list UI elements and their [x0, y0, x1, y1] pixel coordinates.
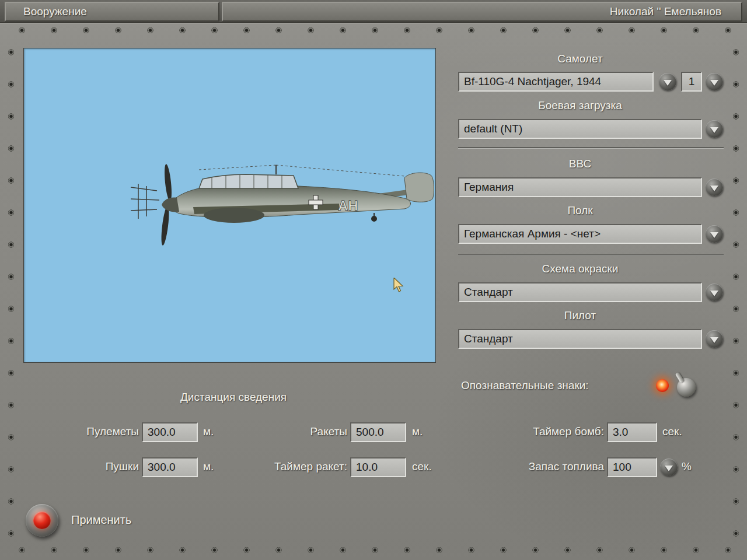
- canopy: [199, 174, 298, 188]
- cannons-label: Пушки: [34, 459, 139, 474]
- cannons-input[interactable]: [142, 457, 198, 477]
- section-divider: [458, 254, 724, 256]
- pilot-label: Пилот: [458, 308, 702, 323]
- fuel-label: Запас топлива: [493, 459, 604, 474]
- bomb-timer-unit: сек.: [662, 424, 682, 439]
- arrow-down-icon: [710, 80, 718, 86]
- bomb-timer-input[interactable]: [607, 422, 657, 442]
- paint-scheme-value: Стандарт: [464, 284, 696, 301]
- aircraft-side-view: AH: [24, 48, 435, 362]
- airforce-dropdown-button[interactable]: [706, 178, 723, 196]
- machine-guns-unit: м.: [203, 424, 214, 439]
- markings-indicator-lamp-icon: [656, 379, 669, 392]
- tail-fin: [404, 173, 434, 202]
- rocket-timer-input[interactable]: [350, 457, 406, 477]
- regiment-dropdown-button[interactable]: [706, 225, 723, 243]
- radar-antenna: [131, 184, 159, 219]
- armament-screen: Вооружение Николай '' Емельянов: [0, 0, 747, 560]
- rockets-unit: м.: [412, 424, 423, 439]
- paint-scheme-label: Схема окраски: [458, 261, 702, 276]
- arrow-down-icon: [710, 127, 718, 133]
- spinner: [162, 198, 179, 212]
- arrow-down-icon: [710, 186, 718, 191]
- markings-label: Опознавательные знаки:: [461, 378, 589, 393]
- machine-guns-input[interactable]: [142, 422, 198, 442]
- paint-scheme-select[interactable]: Стандарт: [458, 282, 702, 302]
- apply-label: Применить: [71, 512, 131, 527]
- arrow-down-icon: [710, 290, 718, 296]
- aircraft-dropdown-button[interactable]: [659, 73, 676, 90]
- fuel-dropdown-button[interactable]: [660, 459, 678, 476]
- markings-toggle-switch[interactable]: [677, 378, 696, 397]
- regiment-value: Германская Армия - <нет>: [464, 225, 696, 243]
- fuel-input[interactable]: [607, 457, 657, 477]
- aircraft-select[interactable]: Bf-110G-4 Nachtjager, 1944: [458, 72, 654, 92]
- rockets-label: Ракеты: [245, 424, 347, 439]
- pilot-select[interactable]: Стандарт: [458, 329, 702, 349]
- cannons-unit: м.: [203, 459, 214, 474]
- loadout-select[interactable]: default (NT): [458, 119, 702, 139]
- regiment-select[interactable]: Германская Армия - <нет>: [458, 224, 702, 244]
- machine-guns-label: Пулеметы: [34, 424, 139, 439]
- section-divider: [458, 147, 724, 149]
- pilot-dropdown-button[interactable]: [706, 330, 723, 348]
- fuselage-code: AH: [338, 198, 358, 214]
- apply-button[interactable]: [26, 504, 58, 537]
- regiment-label: Полк: [458, 203, 702, 218]
- arrow-down-icon: [710, 337, 718, 343]
- aircraft-count-field[interactable]: [681, 72, 702, 92]
- paint-scheme-dropdown-button[interactable]: [706, 284, 723, 301]
- loadout-value: default (NT): [464, 120, 696, 138]
- rocket-timer-unit: сек.: [412, 459, 432, 474]
- red-round-button-icon: [33, 512, 51, 529]
- airforce-label: ВВС: [458, 156, 702, 172]
- aircraft-label: Самолет: [458, 51, 702, 66]
- player-name: Николай '' Емельянов: [610, 5, 721, 18]
- arrow-down-icon: [710, 232, 718, 238]
- bomb-timer-label: Таймер бомб:: [493, 424, 604, 439]
- loadout-label: Боевая загрузка: [458, 98, 702, 113]
- fuel-unit: %: [682, 459, 692, 474]
- airforce-value: Германия: [464, 178, 696, 196]
- loadout-dropdown-button[interactable]: [706, 120, 723, 138]
- rockets-input[interactable]: [350, 422, 406, 442]
- player-name-tab: Николай '' Емельянов: [222, 2, 742, 22]
- aircraft-value: Bf-110G-4 Nachtjager, 1944: [464, 73, 648, 90]
- aircraft-preview: AH: [23, 48, 436, 363]
- pilot-value: Стандарт: [464, 330, 696, 348]
- arrow-down-icon: [665, 466, 673, 471]
- screen-title-tab: Вооружение: [5, 2, 219, 22]
- screen-title: Вооружение: [23, 5, 87, 18]
- aircraft-count-dropdown-button[interactable]: [706, 73, 723, 90]
- engine-nacelle: [204, 208, 264, 223]
- top-bar: Вооружение Николай '' Емельянов: [0, 0, 747, 23]
- airforce-select[interactable]: Германия: [458, 177, 702, 197]
- arrow-down-icon: [664, 80, 672, 86]
- convergence-title: Дистанция сведения: [140, 390, 327, 405]
- rocket-timer-label: Таймер ракет:: [245, 459, 347, 474]
